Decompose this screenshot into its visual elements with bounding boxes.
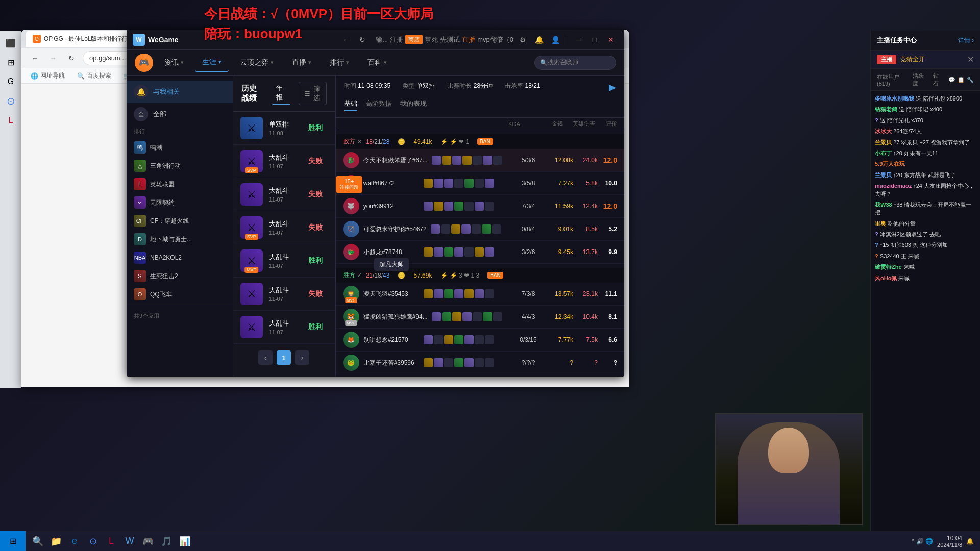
history-filter-btn[interactable]: ☰ 筛选: [299, 82, 327, 105]
tab-performance[interactable]: 我的表现: [400, 97, 427, 111]
webcam-person-view: [716, 414, 862, 524]
taskbar-search[interactable]: 🔍: [30, 533, 46, 549]
taskbar-chrome[interactable]: ⊙: [85, 533, 101, 549]
taskbar-notification-icon[interactable]: 🔔: [966, 538, 974, 545]
wegame-minimize-btn[interactable]: ─: [571, 33, 585, 47]
stream-detail-btn[interactable]: 详情 ›: [958, 36, 974, 45]
chrome-left-icon-circle[interactable]: ⬛: [3, 35, 19, 51]
chrome-left-icon-chrome[interactable]: ⊙: [3, 93, 19, 109]
game-row-5[interactable]: ⚔ 大乱斗 11-07 失败: [233, 278, 335, 311]
victory-player-1[interactable]: 🐯 MVP 猛虎凶猎孤狼雄鹰#94... 4/4/3 12.34k: [336, 306, 624, 329]
game-row-4[interactable]: ⚔ MVP 大乱斗 11-07 胜利: [233, 244, 335, 278]
chat-icon-2[interactable]: 📋: [958, 77, 965, 83]
defeat-player-2[interactable]: 🐺 you#39912 7/3/4 11.59k 12.4k: [336, 195, 624, 218]
game-row-3[interactable]: ⚔ SVP 大乱斗 11-07 失败: [233, 211, 335, 244]
defeat-p2-items: [424, 202, 509, 211]
sidebar-item-mingchao[interactable]: 鸣 鸣潮: [127, 138, 233, 157]
sidebar-item-dnf[interactable]: D 地下城与勇士...: [127, 230, 233, 248]
wegame-user-avatar[interactable]: 🎮: [135, 54, 153, 72]
game-row-6[interactable]: ⚔ 大乱斗 11-07 胜利: [233, 311, 335, 344]
sidebar-related-label: 与我相关: [153, 87, 180, 96]
victory-player-4[interactable]: 🐻 抽烟狗抽你#88710 ?/?/? ? ? ?: [336, 374, 624, 377]
taskbar-wegame[interactable]: W: [121, 533, 138, 549]
taskbar-start-btn[interactable]: ⊞: [0, 531, 26, 552]
defeat-p1-damage: 5.8k: [577, 180, 598, 187]
match-time: 时间 11-08 09:35: [344, 82, 390, 93]
wegame-menu-live[interactable]: 直播 ▾: [285, 54, 318, 71]
defeat-p3-items: [431, 224, 509, 234]
chrome-left-icon-lol[interactable]: L: [3, 112, 19, 129]
chrome-left-icon-g[interactable]: G: [3, 73, 19, 90]
wegame-menu-wiki[interactable]: 百科 ▾: [360, 54, 394, 71]
sidebar-item-nba[interactable]: NBA NBA2KOL2: [127, 248, 233, 267]
sidebar-item-delta[interactable]: △ 三角洲行动: [127, 157, 233, 175]
wegame-menu-career[interactable]: 生涯 ▾: [195, 54, 229, 72]
item-slot: [444, 202, 453, 211]
sidebar-item-qqcar[interactable]: Q QQ飞车: [127, 285, 233, 304]
wegame-window: W WeGame ← ↻ 输... 注册 商店 掌死 先测试 直播 mvp翻倍（…: [127, 30, 624, 377]
sidebar-item-all[interactable]: 全 全部: [127, 103, 233, 126]
taskbar-file-explorer[interactable]: 📁: [48, 533, 64, 549]
defeat-player-4[interactable]: 🐲 小超龙#78748 超凡大师: [336, 241, 624, 264]
victory-player-2[interactable]: 🦊 别讲想念#21570 0/3/15 7.77k 7.5k: [336, 329, 624, 352]
wegame-user-btn[interactable]: 👤: [548, 33, 562, 47]
wegame-settings-btn[interactable]: ⚙: [516, 33, 530, 47]
game-row-1[interactable]: ⚔ SVP 大乱斗 11-07 失败: [233, 145, 335, 178]
chrome-left-icon-grid[interactable]: ⊞: [3, 54, 19, 70]
defeat-p0-items: [432, 156, 509, 165]
wegame-maximize-btn[interactable]: □: [587, 33, 602, 47]
history-tab-annual[interactable]: 年报: [272, 82, 290, 105]
chrome-reload-btn[interactable]: ↻: [64, 51, 79, 65]
defeat-p2-avatar: 🐺: [343, 198, 359, 214]
taskbar-lol[interactable]: L: [103, 533, 119, 549]
game-row-0[interactable]: ⚔ 单双排 11-08 胜利: [233, 112, 335, 145]
pagination-next[interactable]: ›: [295, 350, 309, 365]
battle-history-list: 历史战绩 年报 ☰ 筛选 ⚔ 单双排 11-08 胜利 ⚔ SVP: [233, 76, 335, 377]
victory-player-3[interactable]: 🐸 比塞子还苦#39596 ?/?/? ? ? ?: [336, 352, 624, 374]
game-row-5-date: 11-07: [269, 296, 297, 302]
sidebar-item-lol[interactable]: L 英雄联盟: [127, 175, 233, 193]
wegame-menu-news[interactable]: 资讯 ▾: [157, 54, 191, 71]
wegame-close-btn[interactable]: ✕: [604, 33, 618, 47]
game-row-2[interactable]: ⚔ 大乱斗 11-07 失败: [233, 178, 335, 211]
taskbar-edge[interactable]: e: [66, 533, 83, 549]
tab-advanced[interactable]: 高阶数据: [365, 97, 392, 111]
chat-msg-15: 风oHo佩 来喊: [875, 274, 976, 282]
chat-user-1: 钻猫老鸽: [875, 106, 897, 112]
defeat-player-0[interactable]: 🐉 今天不想做笨蛋了#67... 5/3/6 12.08k 24.0k: [336, 149, 624, 172]
wegame-nav-live[interactable]: 直播: [462, 35, 475, 44]
chrome-forward-btn[interactable]: →: [46, 51, 60, 65]
item-slot: [452, 312, 461, 321]
chat-icon-1[interactable]: 💬: [948, 77, 955, 83]
defeat-label: 败方: [343, 137, 355, 146]
wegame-alert-btn[interactable]: 🔔: [532, 33, 546, 47]
victory-player-0[interactable]: 🦁 MVP 凌天飞羽#35453 7/3/8 13.57k: [336, 283, 624, 306]
sidebar-item-related[interactable]: 🔔 与我相关: [127, 81, 233, 103]
chrome-back-btn[interactable]: ←: [28, 51, 42, 65]
defeat-p4-name-wrap: 小超龙#78748 超凡大师: [363, 248, 420, 257]
wegame-search-input[interactable]: 🔍 搜索召唤师: [534, 56, 616, 70]
broadcaster-close-btn[interactable]: ✕: [967, 55, 974, 64]
tab-basic[interactable]: 基础: [344, 97, 357, 111]
bookmark-baidu[interactable]: 🔍 百度搜索: [74, 70, 114, 81]
chat-msg-9: 我W38 ↑38 请我玩云朵：开局不能赢一把: [875, 201, 976, 217]
taskbar-app3[interactable]: 📊: [177, 533, 193, 549]
wegame-menu-tft[interactable]: 云顶之弈 ▾: [233, 54, 281, 71]
chat-icon-3[interactable]: 🔧: [967, 77, 974, 83]
taskbar-clock: 10:04 2024/11/8: [937, 535, 962, 548]
match-detail-tabs: 基础 高阶数据 我的表现: [344, 97, 616, 111]
wegame-menu-rank[interactable]: 排行 ▾: [323, 54, 356, 71]
taskbar-app1[interactable]: 🎮: [140, 533, 156, 549]
taskbar-app2[interactable]: 🎵: [158, 533, 175, 549]
sidebar-item-infinity[interactable]: ∞ 无限契约: [127, 193, 233, 212]
pagination-prev[interactable]: ‹: [258, 350, 273, 365]
bookmark-nav[interactable]: 🌐 网址导航: [28, 70, 68, 81]
match-replay-btn[interactable]: ▶: [609, 82, 616, 93]
pagination-current[interactable]: 1: [277, 350, 291, 365]
sidebar-item-sniper[interactable]: S 生死狙击2: [127, 267, 233, 285]
defeat-player-3[interactable]: 🏹 可爱忽米守护你#54672 0/8/4 9.01k 8.5k: [336, 218, 624, 241]
chat-action-icons: 💬 📋 🔧: [948, 77, 974, 83]
game-row-1-icon: ⚔ SVP: [240, 150, 263, 172]
defeat-player-1[interactable]: 🦅 walt#86772 3/5/8 7.27k 5.8k: [336, 172, 624, 195]
sidebar-item-cf[interactable]: CF CF：穿越火线: [127, 212, 233, 230]
